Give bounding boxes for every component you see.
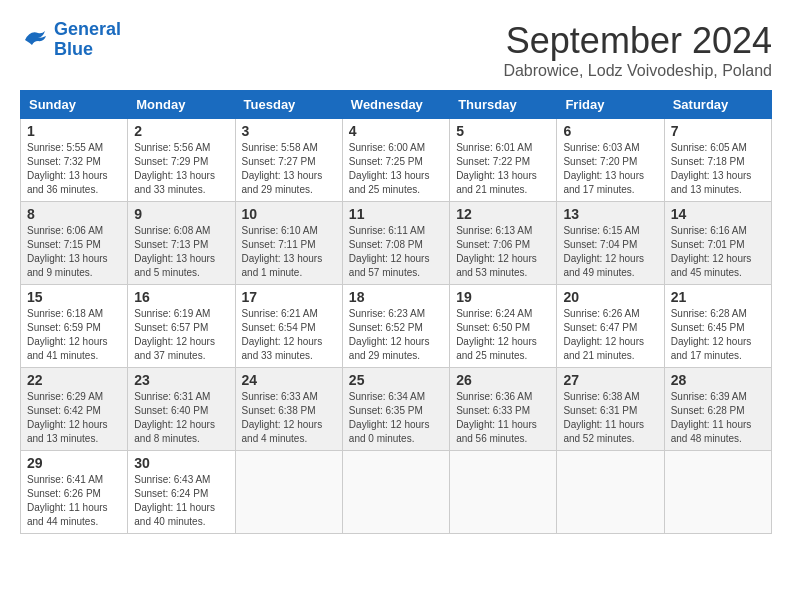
- calendar-day-cell: 22Sunrise: 6:29 AMSunset: 6:42 PMDayligh…: [21, 368, 128, 451]
- day-info: Sunrise: 6:29 AMSunset: 6:42 PMDaylight:…: [27, 390, 121, 446]
- day-info: Sunrise: 5:55 AMSunset: 7:32 PMDaylight:…: [27, 141, 121, 197]
- month-title: September 2024: [503, 20, 772, 62]
- day-number: 19: [456, 289, 550, 305]
- logo-text: General Blue: [54, 20, 121, 60]
- calendar-day-cell: 6Sunrise: 6:03 AMSunset: 7:20 PMDaylight…: [557, 119, 664, 202]
- day-number: 8: [27, 206, 121, 222]
- calendar-day-cell: 21Sunrise: 6:28 AMSunset: 6:45 PMDayligh…: [664, 285, 771, 368]
- day-number: 29: [27, 455, 121, 471]
- logo: General Blue: [20, 20, 121, 60]
- day-info: Sunrise: 6:16 AMSunset: 7:01 PMDaylight:…: [671, 224, 765, 280]
- calendar-day-cell: 14Sunrise: 6:16 AMSunset: 7:01 PMDayligh…: [664, 202, 771, 285]
- day-info: Sunrise: 6:10 AMSunset: 7:11 PMDaylight:…: [242, 224, 336, 280]
- calendar-day-cell: 27Sunrise: 6:38 AMSunset: 6:31 PMDayligh…: [557, 368, 664, 451]
- calendar-day-cell: 16Sunrise: 6:19 AMSunset: 6:57 PMDayligh…: [128, 285, 235, 368]
- logo-icon: [20, 25, 50, 55]
- day-number: 24: [242, 372, 336, 388]
- day-info: Sunrise: 6:28 AMSunset: 6:45 PMDaylight:…: [671, 307, 765, 363]
- calendar-week-row: 15Sunrise: 6:18 AMSunset: 6:59 PMDayligh…: [21, 285, 772, 368]
- calendar-day-cell: [664, 451, 771, 534]
- calendar-day-cell: 5Sunrise: 6:01 AMSunset: 7:22 PMDaylight…: [450, 119, 557, 202]
- calendar-day-cell: 11Sunrise: 6:11 AMSunset: 7:08 PMDayligh…: [342, 202, 449, 285]
- day-number: 9: [134, 206, 228, 222]
- calendar-day-cell: 23Sunrise: 6:31 AMSunset: 6:40 PMDayligh…: [128, 368, 235, 451]
- calendar-day-cell: 8Sunrise: 6:06 AMSunset: 7:15 PMDaylight…: [21, 202, 128, 285]
- weekday-header-thursday: Thursday: [450, 91, 557, 119]
- day-info: Sunrise: 6:31 AMSunset: 6:40 PMDaylight:…: [134, 390, 228, 446]
- day-info: Sunrise: 5:58 AMSunset: 7:27 PMDaylight:…: [242, 141, 336, 197]
- calendar-day-cell: [342, 451, 449, 534]
- day-number: 7: [671, 123, 765, 139]
- day-info: Sunrise: 6:00 AMSunset: 7:25 PMDaylight:…: [349, 141, 443, 197]
- day-number: 27: [563, 372, 657, 388]
- calendar-day-cell: 9Sunrise: 6:08 AMSunset: 7:13 PMDaylight…: [128, 202, 235, 285]
- day-number: 2: [134, 123, 228, 139]
- calendar-day-cell: [557, 451, 664, 534]
- day-number: 25: [349, 372, 443, 388]
- calendar-week-row: 29Sunrise: 6:41 AMSunset: 6:26 PMDayligh…: [21, 451, 772, 534]
- calendar-day-cell: [235, 451, 342, 534]
- day-number: 17: [242, 289, 336, 305]
- day-number: 28: [671, 372, 765, 388]
- day-number: 16: [134, 289, 228, 305]
- location-subtitle: Dabrowice, Lodz Voivodeship, Poland: [503, 62, 772, 80]
- calendar-day-cell: 4Sunrise: 6:00 AMSunset: 7:25 PMDaylight…: [342, 119, 449, 202]
- day-info: Sunrise: 6:03 AMSunset: 7:20 PMDaylight:…: [563, 141, 657, 197]
- page-header: General Blue September 2024 Dabrowice, L…: [20, 20, 772, 80]
- weekday-header-sunday: Sunday: [21, 91, 128, 119]
- calendar-day-cell: 10Sunrise: 6:10 AMSunset: 7:11 PMDayligh…: [235, 202, 342, 285]
- calendar-day-cell: 26Sunrise: 6:36 AMSunset: 6:33 PMDayligh…: [450, 368, 557, 451]
- calendar-day-cell: 29Sunrise: 6:41 AMSunset: 6:26 PMDayligh…: [21, 451, 128, 534]
- day-number: 11: [349, 206, 443, 222]
- day-info: Sunrise: 6:26 AMSunset: 6:47 PMDaylight:…: [563, 307, 657, 363]
- day-number: 20: [563, 289, 657, 305]
- day-number: 15: [27, 289, 121, 305]
- day-info: Sunrise: 6:43 AMSunset: 6:24 PMDaylight:…: [134, 473, 228, 529]
- day-number: 21: [671, 289, 765, 305]
- day-number: 6: [563, 123, 657, 139]
- calendar-day-cell: 17Sunrise: 6:21 AMSunset: 6:54 PMDayligh…: [235, 285, 342, 368]
- calendar-day-cell: 30Sunrise: 6:43 AMSunset: 6:24 PMDayligh…: [128, 451, 235, 534]
- calendar-day-cell: 12Sunrise: 6:13 AMSunset: 7:06 PMDayligh…: [450, 202, 557, 285]
- day-number: 1: [27, 123, 121, 139]
- calendar-day-cell: 18Sunrise: 6:23 AMSunset: 6:52 PMDayligh…: [342, 285, 449, 368]
- weekday-header-friday: Friday: [557, 91, 664, 119]
- weekday-header-wednesday: Wednesday: [342, 91, 449, 119]
- day-number: 4: [349, 123, 443, 139]
- calendar-week-row: 22Sunrise: 6:29 AMSunset: 6:42 PMDayligh…: [21, 368, 772, 451]
- calendar-day-cell: [450, 451, 557, 534]
- calendar-day-cell: 24Sunrise: 6:33 AMSunset: 6:38 PMDayligh…: [235, 368, 342, 451]
- day-number: 13: [563, 206, 657, 222]
- day-number: 5: [456, 123, 550, 139]
- day-info: Sunrise: 6:39 AMSunset: 6:28 PMDaylight:…: [671, 390, 765, 446]
- day-info: Sunrise: 6:15 AMSunset: 7:04 PMDaylight:…: [563, 224, 657, 280]
- weekday-header-saturday: Saturday: [664, 91, 771, 119]
- day-info: Sunrise: 6:05 AMSunset: 7:18 PMDaylight:…: [671, 141, 765, 197]
- calendar-day-cell: 28Sunrise: 6:39 AMSunset: 6:28 PMDayligh…: [664, 368, 771, 451]
- day-info: Sunrise: 6:21 AMSunset: 6:54 PMDaylight:…: [242, 307, 336, 363]
- day-info: Sunrise: 5:56 AMSunset: 7:29 PMDaylight:…: [134, 141, 228, 197]
- calendar-day-cell: 13Sunrise: 6:15 AMSunset: 7:04 PMDayligh…: [557, 202, 664, 285]
- weekday-header-tuesday: Tuesday: [235, 91, 342, 119]
- calendar-table: SundayMondayTuesdayWednesdayThursdayFrid…: [20, 90, 772, 534]
- day-info: Sunrise: 6:38 AMSunset: 6:31 PMDaylight:…: [563, 390, 657, 446]
- day-number: 3: [242, 123, 336, 139]
- calendar-day-cell: 20Sunrise: 6:26 AMSunset: 6:47 PMDayligh…: [557, 285, 664, 368]
- calendar-header-row: SundayMondayTuesdayWednesdayThursdayFrid…: [21, 91, 772, 119]
- day-number: 14: [671, 206, 765, 222]
- calendar-week-row: 8Sunrise: 6:06 AMSunset: 7:15 PMDaylight…: [21, 202, 772, 285]
- weekday-header-monday: Monday: [128, 91, 235, 119]
- day-number: 22: [27, 372, 121, 388]
- day-info: Sunrise: 6:41 AMSunset: 6:26 PMDaylight:…: [27, 473, 121, 529]
- day-info: Sunrise: 6:23 AMSunset: 6:52 PMDaylight:…: [349, 307, 443, 363]
- day-info: Sunrise: 6:18 AMSunset: 6:59 PMDaylight:…: [27, 307, 121, 363]
- day-info: Sunrise: 6:08 AMSunset: 7:13 PMDaylight:…: [134, 224, 228, 280]
- title-block: September 2024 Dabrowice, Lodz Voivodesh…: [503, 20, 772, 80]
- day-number: 30: [134, 455, 228, 471]
- calendar-day-cell: 3Sunrise: 5:58 AMSunset: 7:27 PMDaylight…: [235, 119, 342, 202]
- day-number: 23: [134, 372, 228, 388]
- calendar-day-cell: 15Sunrise: 6:18 AMSunset: 6:59 PMDayligh…: [21, 285, 128, 368]
- day-info: Sunrise: 6:13 AMSunset: 7:06 PMDaylight:…: [456, 224, 550, 280]
- day-info: Sunrise: 6:19 AMSunset: 6:57 PMDaylight:…: [134, 307, 228, 363]
- day-number: 18: [349, 289, 443, 305]
